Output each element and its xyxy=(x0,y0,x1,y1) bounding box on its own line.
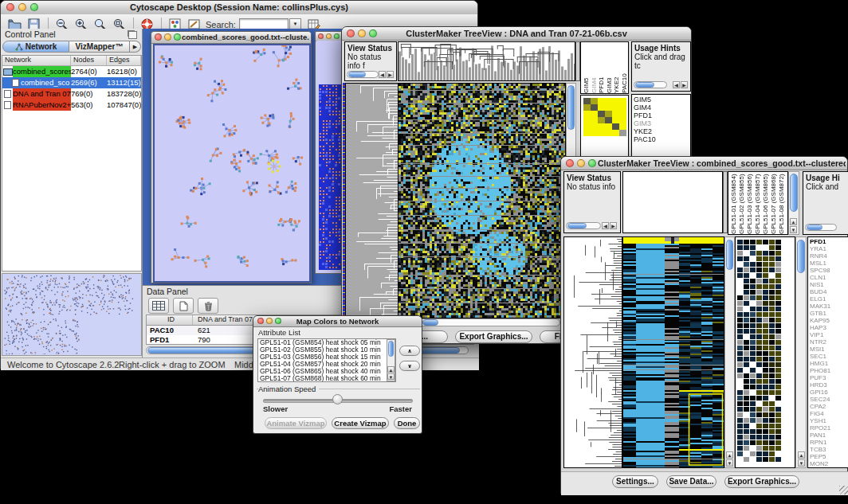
gene-label[interactable]: YKE2 xyxy=(634,127,689,135)
scroll-right-icon[interactable]: ▶ xyxy=(681,81,688,88)
column-label[interactable]: PFD1 xyxy=(598,42,606,93)
gene-label[interactable]: HRD3 xyxy=(810,381,848,389)
gene-label[interactable]: HAP3 xyxy=(810,324,848,331)
tv2-usage-scrollbar[interactable] xyxy=(805,224,837,231)
gene-label[interactable]: GPI16 xyxy=(810,389,848,396)
save-data-button[interactable]: Save Data... xyxy=(666,475,716,488)
column-label[interactable]: GPL51-01 (GSM854) xyxy=(730,172,738,234)
scroll-left-icon[interactable]: ◀ xyxy=(673,81,680,88)
gene-label[interactable]: SEC1 xyxy=(810,353,848,360)
tv2-status-scrollbar[interactable] xyxy=(566,222,601,229)
attribute-item[interactable]: GPL51-07 (GSM868) heat shock 60 min xyxy=(258,375,395,382)
gene-label[interactable]: MSL1 xyxy=(810,260,848,267)
network-view-canvas[interactable] xyxy=(155,45,309,281)
column-label[interactable]: PAC10 xyxy=(621,42,629,93)
dialog-titlebar[interactable]: Map Colors to Network xyxy=(253,316,422,327)
scroll-up-icon[interactable]: ▲ xyxy=(798,451,805,459)
vscrollbar-thumb[interactable] xyxy=(567,85,575,130)
column-label[interactable]: GPL51-04 (GSM857) xyxy=(754,172,762,234)
gene-label[interactable]: SEC24 xyxy=(810,396,848,403)
gene-label[interactable]: PUF3 xyxy=(810,374,848,381)
tv1-usage-scrollbar[interactable] xyxy=(634,81,667,88)
tv1-correlation-matrix-canvas[interactable] xyxy=(583,98,626,138)
move-up-button[interactable]: ∧ xyxy=(399,346,420,356)
gene-label[interactable]: SPC98 xyxy=(810,267,848,274)
gene-label[interactable]: RNR4 xyxy=(810,252,848,260)
delete-attribute-icon[interactable] xyxy=(198,298,218,314)
scrollbar-thumb[interactable] xyxy=(635,82,654,88)
tv2-zoom-vscrollbar[interactable]: ▲ ▼ xyxy=(795,236,807,468)
move-down-button[interactable]: ∨ xyxy=(399,361,420,371)
tv2-labels-vscrollbar[interactable]: ▲ ▼ xyxy=(788,171,799,235)
vscrollbar-thumb[interactable] xyxy=(797,240,805,273)
column-label[interactable]: YKE2 xyxy=(613,42,621,93)
column-network[interactable]: Network xyxy=(2,56,71,65)
gene-label[interactable]: GIM5 xyxy=(634,96,689,104)
minimize-icon[interactable] xyxy=(164,33,171,41)
close-icon[interactable] xyxy=(566,159,574,167)
tab-overflow-button[interactable]: ▶ xyxy=(130,41,141,53)
main-window-titlebar[interactable]: Cytoscape Desktop (Session Name: collins… xyxy=(1,1,477,15)
gene-label[interactable]: MSI1 xyxy=(810,346,848,353)
scroll-down-icon[interactable]: ▼ xyxy=(726,459,733,467)
scroll-right-icon[interactable]: ▶ xyxy=(610,222,617,229)
gene-label[interactable]: TCB3 xyxy=(810,446,848,453)
resize-grip[interactable] xyxy=(839,486,848,494)
scroll-down-icon[interactable]: ▼ xyxy=(790,226,797,233)
gene-label[interactable]: PAC10 xyxy=(634,135,689,143)
done-button[interactable]: Done xyxy=(394,417,420,429)
scroll-down-icon[interactable]: ▼ xyxy=(798,459,805,467)
scroll-up-icon[interactable]: ▲ xyxy=(387,366,395,373)
gene-label[interactable]: NIS1 xyxy=(810,281,848,288)
gene-label[interactable]: PHO81 xyxy=(810,367,848,374)
network-list-row[interactable]: RNAPuberNov2+! 563(0) 107847(0) xyxy=(2,100,141,111)
gene-label[interactable]: YRA1 xyxy=(810,245,848,252)
network-list-row[interactable]: DNA and Tran 07 769(0) 183728(0) xyxy=(2,88,141,100)
export-graphics-button[interactable]: Export Graphics... xyxy=(455,330,532,343)
gene-label[interactable]: CLN1 xyxy=(810,274,848,281)
scroll-left-icon[interactable]: ◀ xyxy=(379,71,386,78)
scrollbar-thumb[interactable] xyxy=(348,72,366,77)
column-label[interactable]: GIM5 xyxy=(583,42,591,93)
gene-label[interactable]: PEP5 xyxy=(810,453,848,460)
tv2-heatmap-canvas[interactable] xyxy=(623,237,724,467)
column-id[interactable]: ID xyxy=(147,315,193,325)
vscrollbar-thumb[interactable] xyxy=(726,240,733,270)
tv1-column-dendrogram-canvas[interactable] xyxy=(398,42,575,80)
column-label[interactable]: GIM3 xyxy=(606,42,614,93)
tv1-heatmap-canvas[interactable] xyxy=(398,84,565,318)
scrollbar-thumb[interactable] xyxy=(567,223,587,229)
treeview1-titlebar[interactable]: ClusterMaker TreeView : DNA and Tran 07-… xyxy=(342,27,691,41)
tv1-row-dendrogram-canvas[interactable] xyxy=(346,84,398,318)
create-vizmap-button[interactable]: Create Vizmap xyxy=(332,417,389,429)
tab-network[interactable]: Network xyxy=(2,41,69,53)
hscrollbar-thumb[interactable] xyxy=(422,319,438,326)
zoom-window-icon[interactable] xyxy=(174,33,181,41)
network-list-row[interactable]: combined_scores_ 2764(0) 16218(0) xyxy=(2,66,141,77)
tv1-status-scrollbar[interactable] xyxy=(347,71,379,78)
scroll-up-icon[interactable]: ▲ xyxy=(726,451,733,459)
minimize-icon[interactable] xyxy=(577,159,585,167)
column-label[interactable]: GPL51-08 (GSM872) xyxy=(778,172,786,234)
gene-label[interactable]: GIM3 xyxy=(634,119,689,127)
scroll-down-icon[interactable]: ▼ xyxy=(387,373,395,380)
gene-label[interactable]: YSH1 xyxy=(810,417,848,424)
gene-label[interactable]: HMG1 xyxy=(810,360,848,367)
attribute-list-vscrollbar[interactable]: ▲ ▼ xyxy=(387,339,395,381)
gene-label[interactable]: GIM4 xyxy=(634,104,689,111)
zoom-window-icon[interactable] xyxy=(588,159,596,167)
close-icon[interactable] xyxy=(155,33,162,41)
tv2-row-dendrogram-canvas[interactable] xyxy=(564,237,622,467)
network-overview-canvas[interactable] xyxy=(4,275,139,354)
gene-label[interactable]: MAK31 xyxy=(810,303,848,310)
vscrollbar-thumb[interactable] xyxy=(790,174,798,212)
zoom-window-icon[interactable] xyxy=(334,33,340,39)
gene-label[interactable]: FIG4 xyxy=(810,410,848,417)
scrollbar-thumb[interactable] xyxy=(807,225,822,230)
gene-label[interactable]: PAN1 xyxy=(810,432,848,439)
tv1-hscrollbar[interactable] xyxy=(401,318,560,326)
scroll-right-icon[interactable]: ▶ xyxy=(387,71,394,78)
gene-label[interactable]: BUD4 xyxy=(810,288,848,295)
settings-button[interactable]: Settings... xyxy=(612,475,658,488)
minimize-icon[interactable] xyxy=(326,33,332,39)
